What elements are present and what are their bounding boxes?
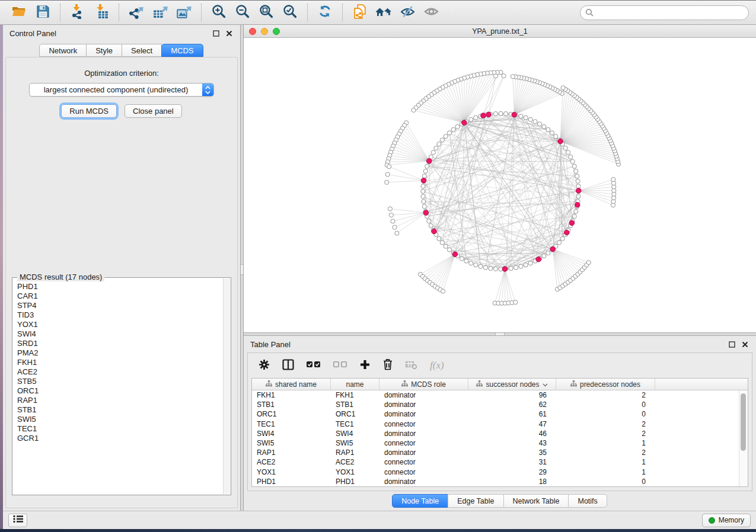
result-list-item[interactable]: STP4 bbox=[13, 301, 223, 310]
run-mcds-button[interactable]: Run MCDS bbox=[61, 104, 117, 118]
table-row[interactable]: TEC1TEC1connector472 bbox=[252, 419, 739, 429]
table-cell[interactable]: 96 bbox=[468, 391, 556, 399]
tab-network-table[interactable]: Network Table bbox=[503, 494, 569, 508]
optimization-criterion-select[interactable]: largest connected component (undirected) bbox=[29, 83, 214, 97]
table-cell[interactable]: connector bbox=[379, 458, 468, 466]
close-panel-icon-button[interactable] bbox=[224, 28, 234, 38]
table-cell[interactable]: STB1 bbox=[252, 400, 331, 409]
result-list-item[interactable]: STB1 bbox=[13, 405, 223, 415]
table-cell[interactable]: RAP1 bbox=[331, 448, 379, 457]
result-list-item[interactable]: CAR1 bbox=[13, 291, 223, 301]
hide-selected-button[interactable] bbox=[395, 2, 419, 23]
result-list-item[interactable]: ORC1 bbox=[13, 386, 223, 396]
table-cell[interactable]: 0 bbox=[556, 400, 655, 409]
column-header-shared-name[interactable]: shared name bbox=[252, 379, 331, 390]
table-cell[interactable]: dominator bbox=[379, 430, 468, 438]
table-cell[interactable]: 62 bbox=[468, 400, 556, 409]
splitter-handle[interactable] bbox=[241, 264, 243, 275]
tab-style[interactable]: Style bbox=[86, 44, 122, 57]
table-cell[interactable]: 1 bbox=[556, 468, 655, 476]
add-row-button[interactable] bbox=[360, 360, 370, 372]
table-row[interactable]: SWI4SWI4dominator462 bbox=[252, 429, 739, 438]
export-table-button[interactable] bbox=[148, 2, 172, 23]
zoom-selected-button[interactable] bbox=[278, 2, 302, 23]
delete-row-button[interactable] bbox=[382, 358, 393, 373]
result-list-item[interactable]: PHD1 bbox=[13, 282, 223, 291]
table-cell[interactable]: 2 bbox=[556, 420, 655, 428]
horizontal-splitter[interactable] bbox=[244, 332, 756, 336]
show-columns-button[interactable] bbox=[282, 359, 294, 373]
table-cell[interactable]: 43 bbox=[468, 439, 556, 447]
close-panel-button[interactable]: Close panel bbox=[125, 104, 182, 118]
table-cell[interactable]: ORC1 bbox=[331, 410, 379, 418]
result-list-item[interactable]: GCR1 bbox=[13, 434, 223, 443]
result-list-item[interactable]: SWI4 bbox=[13, 329, 223, 339]
import-table-button[interactable] bbox=[90, 2, 113, 23]
result-list-scrollbar[interactable] bbox=[223, 278, 230, 494]
table-cell[interactable]: dominator bbox=[379, 391, 468, 399]
tab-node-table[interactable]: Node Table bbox=[392, 494, 448, 508]
tab-network[interactable]: Network bbox=[39, 44, 87, 57]
table-cell[interactable]: 2 bbox=[556, 391, 655, 399]
show-eye-button[interactable] bbox=[419, 2, 443, 23]
column-header-predecessor-nodes[interactable]: predecessor nodes bbox=[556, 379, 655, 390]
table-cell[interactable]: TEC1 bbox=[252, 420, 331, 428]
network-window-titlebar[interactable]: YPA_prune.txt_1 bbox=[244, 25, 756, 38]
maximize-window-button[interactable] bbox=[273, 28, 280, 35]
memory-button[interactable]: Memory bbox=[702, 514, 751, 527]
table-cell[interactable]: dominator bbox=[379, 477, 468, 486]
tab-edge-table[interactable]: Edge Table bbox=[448, 494, 503, 508]
table-cell[interactable]: STB1 bbox=[331, 400, 379, 409]
result-list-item[interactable]: FKH1 bbox=[13, 358, 223, 367]
clone-network-button[interactable] bbox=[348, 2, 372, 23]
table-cell[interactable]: PHD1 bbox=[331, 477, 379, 486]
minimize-window-button[interactable] bbox=[261, 28, 268, 35]
table-cell[interactable]: SWI5 bbox=[252, 439, 331, 447]
table-cell[interactable]: connector bbox=[379, 439, 468, 447]
network-graph[interactable] bbox=[244, 38, 756, 332]
table-cell[interactable]: dominator bbox=[379, 448, 468, 457]
table-cell[interactable]: 2 bbox=[556, 430, 655, 438]
import-network-button[interactable] bbox=[66, 2, 90, 23]
result-list-item[interactable]: TID3 bbox=[13, 310, 223, 320]
result-list-item[interactable]: RAP1 bbox=[13, 396, 223, 405]
table-cell[interactable]: FKH1 bbox=[252, 391, 331, 399]
table-cell[interactable]: SWI5 bbox=[331, 439, 379, 447]
table-cell[interactable]: 35 bbox=[468, 448, 556, 457]
open-file-button[interactable] bbox=[7, 2, 31, 23]
column-header-successor-nodes[interactable]: successor nodes bbox=[468, 379, 556, 390]
table-cell[interactable]: TEC1 bbox=[331, 420, 379, 428]
table-row[interactable]: FKH1FKH1dominator962 bbox=[252, 390, 739, 400]
table-cell[interactable]: connector bbox=[379, 420, 468, 428]
table-settings-button[interactable] bbox=[259, 359, 270, 373]
select-all-button[interactable] bbox=[307, 360, 321, 371]
table-cell[interactable]: 0 bbox=[556, 477, 655, 486]
table-cell[interactable]: connector bbox=[379, 468, 468, 476]
show-all-networks-button[interactable] bbox=[372, 2, 395, 23]
function-builder-button[interactable]: f(x) bbox=[430, 360, 444, 371]
table-cell[interactable]: YOX1 bbox=[331, 468, 379, 476]
float-table-panel-button[interactable] bbox=[727, 339, 736, 349]
table-cell[interactable]: 29 bbox=[468, 468, 556, 476]
table-cell[interactable]: YOX1 bbox=[252, 468, 331, 476]
network-canvas[interactable] bbox=[244, 38, 756, 332]
close-table-panel-button[interactable] bbox=[740, 339, 749, 349]
table-cell[interactable]: dominator bbox=[379, 410, 468, 418]
table-cell[interactable]: FKH1 bbox=[331, 391, 379, 399]
table-row[interactable]: RAP1RAP1dominator352 bbox=[252, 448, 739, 457]
save-session-button[interactable] bbox=[31, 2, 55, 23]
result-list-item[interactable]: ACE2 bbox=[13, 367, 223, 377]
export-image-button[interactable] bbox=[172, 2, 196, 23]
result-list-item[interactable]: TEC1 bbox=[13, 424, 223, 434]
export-network-button[interactable] bbox=[125, 2, 148, 23]
close-window-button[interactable] bbox=[249, 28, 256, 35]
refresh-view-button[interactable] bbox=[313, 2, 337, 23]
table-cell[interactable]: ACE2 bbox=[252, 458, 331, 466]
delete-table-button[interactable] bbox=[406, 360, 417, 372]
zoom-out-button[interactable] bbox=[231, 2, 254, 23]
table-cell[interactable]: ACE2 bbox=[331, 458, 379, 466]
table-cell[interactable]: 2 bbox=[556, 448, 655, 457]
scrollbar-thumb[interactable] bbox=[741, 393, 746, 451]
table-cell[interactable]: SWI4 bbox=[252, 430, 331, 438]
splitter-handle[interactable] bbox=[495, 333, 505, 335]
